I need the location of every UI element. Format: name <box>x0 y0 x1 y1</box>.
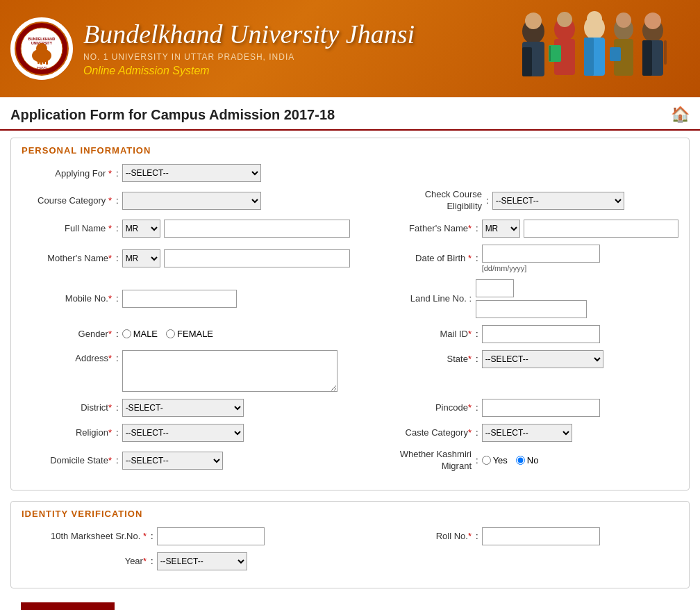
address-label: Address* <box>22 353 112 363</box>
svg-rect-23 <box>584 38 594 76</box>
religion-select[interactable]: --SELECT-- <box>122 424 244 442</box>
kashmiri-yes-radio[interactable] <box>482 456 491 465</box>
applying-for-label: Applying For * <box>22 168 112 179</box>
kashmiri-label: Whether KashmiriMigrant <box>350 449 472 472</box>
gender-female-label: FEMALE <box>177 329 213 339</box>
kashmiri-yes-option[interactable]: Yes <box>482 455 508 465</box>
gender-label: Gender* <box>22 329 112 339</box>
mail-label: Mail ID* <box>350 329 472 339</box>
form-container: PERSONAL INFORMATION Applying For * : --… <box>0 131 700 610</box>
page-title: Application Form for Campus Admission 20… <box>10 107 335 123</box>
rollno-input[interactable] <box>482 527 600 545</box>
marksheet-input[interactable] <box>157 527 265 545</box>
mobile-input[interactable] <box>122 290 237 308</box>
religion-left: Religion* : --SELECT-- <box>22 424 350 442</box>
kashmiri-yes-label: Yes <box>493 455 508 465</box>
landline-label: Land Line No. : <box>350 293 472 304</box>
home-icon[interactable]: 🏠 <box>671 106 690 124</box>
svg-rect-31 <box>642 40 652 76</box>
mother-name-left: Mother's Name* : MRMSMRS <box>22 249 350 267</box>
svg-rect-8 <box>43 58 45 64</box>
save-button-container: Save & Register <box>10 599 690 610</box>
marksheet-label: 10th Marksheet Sr.No. * <box>22 531 147 541</box>
domicile-left: Domicile State* : --SELECT-- <box>22 452 350 470</box>
year-select[interactable]: --SELECT-- <box>157 552 247 570</box>
applying-for-row: Applying For * : --SELECT-- <box>22 164 678 182</box>
mobile-left: Mobile No.* : <box>22 290 350 308</box>
svg-point-5 <box>36 43 47 54</box>
mother-name-input[interactable] <box>164 249 350 267</box>
landline-num-input[interactable] <box>476 300 587 318</box>
svg-point-12 <box>525 13 542 29</box>
dob-hint: [dd/mm/yyyy] <box>482 264 600 272</box>
full-name-label: Full Name * <box>22 223 112 233</box>
names-row: Full Name * : MRMSMRSDR Father's Name* :… <box>22 220 678 238</box>
svg-rect-9 <box>46 59 48 65</box>
svg-rect-14 <box>522 47 532 76</box>
mail-input[interactable] <box>482 325 600 343</box>
gender-male-label: MALE <box>133 329 158 339</box>
save-register-button[interactable]: Save & Register <box>21 602 115 610</box>
state-select[interactable]: --SELECT-- <box>482 350 603 368</box>
personal-section-title: PERSONAL INFORMATION <box>22 145 678 156</box>
father-name-title-select[interactable]: MRMSMRS <box>482 220 520 238</box>
identity-section: IDENTITY VERIFICATION 10th Marksheet Sr.… <box>10 501 690 588</box>
svg-rect-27 <box>610 47 621 61</box>
pincode-right: Pincode* : <box>350 399 678 417</box>
dob-right: Date of Birth * : [dd/mm/yyyy] <box>350 245 678 272</box>
gender-female-option[interactable]: FEMALE <box>166 329 213 339</box>
marksheet-left: 10th Marksheet Sr.No. * : <box>22 527 350 545</box>
dob-input[interactable] <box>482 245 600 263</box>
landline-right: Land Line No. : <box>350 279 678 318</box>
gender-male-radio[interactable] <box>122 329 131 338</box>
landline-std-input[interactable] <box>476 279 514 297</box>
svg-rect-7 <box>40 59 42 65</box>
header: BUNDELKHAND UNIVERSITY JHANSI Bundelkhan… <box>0 0 700 97</box>
full-name-title-select[interactable]: MRMSMRSDR <box>122 220 160 238</box>
svg-rect-19 <box>549 46 551 61</box>
pincode-input[interactable] <box>482 399 600 417</box>
gender-female-radio[interactable] <box>166 329 175 338</box>
check-course-right: Check CourseEligibility : --SELECT-- <box>350 189 678 213</box>
course-category-select[interactable] <box>122 192 261 210</box>
domicile-select[interactable]: --SELECT-- <box>122 452 223 470</box>
check-course-select[interactable]: --SELECT-- <box>492 192 624 210</box>
full-name-input[interactable] <box>164 220 350 238</box>
kashmiri-no-radio[interactable] <box>516 456 525 465</box>
svg-rect-6 <box>38 58 40 64</box>
full-name-left: Full Name * : MRMSMRSDR <box>22 220 350 238</box>
pincode-label: Pincode* <box>350 402 472 413</box>
gender-mail-row: Gender* : MALE FEMALE Mail ID* : <box>22 325 678 343</box>
dob-label: Date of Birth * <box>350 253 472 263</box>
father-name-input[interactable] <box>524 220 678 238</box>
year-label: Year* <box>22 556 147 566</box>
university-logo: BUNDELKHAND UNIVERSITY JHANSI <box>10 17 73 80</box>
mother-dob-row: Mother's Name* : MRMSMRS Date of Birth *… <box>22 245 678 272</box>
kashmiri-no-label: No <box>527 455 539 465</box>
marksheet-rollno-row: 10th Marksheet Sr.No. * : Roll No.* : <box>22 527 678 545</box>
svg-point-25 <box>616 13 631 28</box>
district-select[interactable]: -SELECT- <box>122 399 244 417</box>
district-left: District* : -SELECT- <box>22 399 350 417</box>
identity-section-title: IDENTITY VERIFICATION <box>22 509 678 519</box>
landline-wrapper <box>476 279 587 318</box>
mother-name-title-select[interactable]: MRMSMRS <box>122 249 160 267</box>
personal-info-section: PERSONAL INFORMATION Applying For * : --… <box>10 138 690 491</box>
kashmiri-radio-group: Yes No <box>482 455 539 465</box>
caste-select[interactable]: --SELECT-- <box>482 424 572 442</box>
address-textarea[interactable] <box>122 350 338 392</box>
check-course-label: Check CourseEligibility <box>350 189 482 213</box>
applying-for-select[interactable]: --SELECT-- <box>122 164 261 182</box>
kashmiri-no-option[interactable]: No <box>516 455 539 465</box>
address-left: Address* : <box>22 350 350 392</box>
svg-rect-32 <box>664 40 667 65</box>
gender-left: Gender* : MALE FEMALE <box>22 329 350 339</box>
course-row: Course Category * : Check CourseEligibil… <box>22 189 678 213</box>
svg-point-21 <box>587 11 602 26</box>
gender-radio-group: MALE FEMALE <box>122 329 213 339</box>
course-category-label: Course Category * <box>22 195 112 206</box>
gender-male-option[interactable]: MALE <box>122 329 158 339</box>
state-label: State* <box>350 354 472 364</box>
applying-for-left: Applying For * : --SELECT-- <box>22 164 350 182</box>
mobile-label: Mobile No.* <box>22 293 112 304</box>
